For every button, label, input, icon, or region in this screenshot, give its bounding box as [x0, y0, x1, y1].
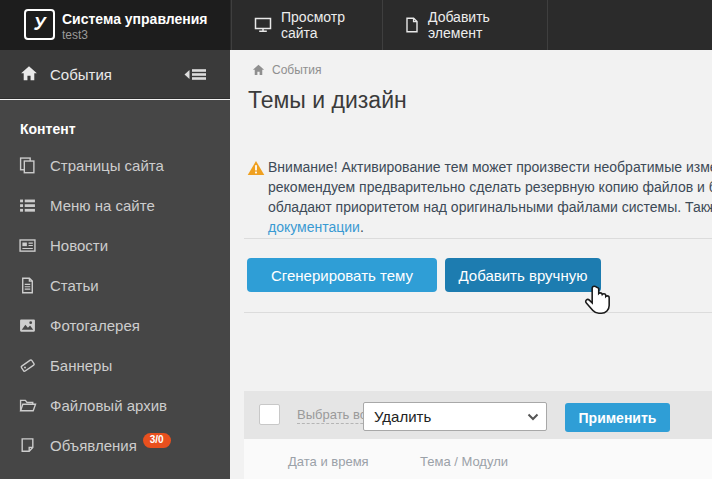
select-all-label[interactable]: Выбрать всё: [297, 408, 373, 424]
article-icon: [19, 277, 36, 294]
app-logo: У: [24, 9, 55, 40]
main-content: События Темы и дизайн Внимание! Активиро…: [230, 50, 712, 479]
sidebar-item-articles[interactable]: Статьи: [0, 266, 230, 306]
sidebar-item-file-archive[interactable]: Файловый архив: [0, 386, 230, 426]
sidebar-item-banners[interactable]: Баннеры: [0, 346, 230, 386]
app-instance: test3: [62, 28, 88, 42]
warning-icon: [247, 160, 265, 176]
breadcrumb[interactable]: События: [252, 63, 322, 77]
sidebar-item-label: Фотогалерея: [50, 317, 140, 334]
brand-block: У Система управления test3: [0, 0, 230, 50]
table-header-row: Дата и время Тема / Модули: [244, 439, 712, 479]
view-site-label: Просмотр сайта: [281, 9, 360, 41]
add-element-button[interactable]: Добавить элемент: [382, 0, 547, 50]
topbar-divider: [547, 0, 548, 50]
photo-icon: [19, 317, 36, 334]
add-element-label: Добавить элемент: [428, 9, 525, 41]
bulk-actions-toolbar: Выбрать всё Удалить Применить: [244, 391, 712, 439]
monitor-icon: [254, 17, 272, 33]
sidebar-item-label: Новости: [50, 237, 108, 254]
top-bar: У Система управления test3 Просмотр сайт…: [0, 0, 712, 50]
sidebar-item-announcements-text: Объявления: [50, 437, 137, 454]
sidebar-item-news[interactable]: Новости: [0, 226, 230, 266]
documentation-link[interactable]: документации: [268, 219, 360, 235]
sidebar-item-site-menu[interactable]: Меню на сайте: [0, 186, 230, 226]
sidebar-item-photo-gallery[interactable]: Фотогалерея: [0, 306, 230, 346]
apply-button[interactable]: Применить: [565, 403, 670, 432]
warning-text-line2: рекомендуем предварительно сделать резер…: [268, 179, 712, 195]
sidebar-item-label: Страницы сайта: [50, 157, 164, 174]
sidebar-item-label: Меню на сайте: [50, 197, 155, 214]
generate-theme-button[interactable]: Сгенерировать тему: [247, 258, 437, 292]
sidebar-nav: Контент Страницы сайта Меню на сайте Нов…: [0, 100, 230, 479]
page-title: Темы и дизайн: [248, 87, 407, 114]
column-header-date: Дата и время: [288, 454, 369, 469]
view-site-button[interactable]: Просмотр сайта: [231, 0, 382, 50]
sidebar-item-label: Объявления3/0: [50, 437, 171, 456]
pages-icon: [19, 157, 36, 174]
announcements-count-badge: 3/0: [143, 433, 171, 448]
divider: [244, 312, 712, 313]
select-all-checkbox[interactable]: [259, 404, 280, 425]
breadcrumb-home-icon: [252, 64, 265, 76]
home-icon: [20, 65, 38, 82]
logo-glyph: У: [33, 14, 45, 35]
warning-text-line4: документации.: [268, 219, 712, 235]
banner-tag-icon: [19, 357, 36, 374]
note-icon: [19, 437, 36, 454]
sidebar-item-label: Баннеры: [50, 357, 112, 374]
column-header-theme: Тема / Модули: [420, 454, 508, 469]
warning-text-line1: Внимание! Активирование тем может произв…: [268, 159, 712, 175]
file-icon: [405, 17, 419, 33]
sidebar-item-site-pages[interactable]: Страницы сайта: [0, 146, 230, 186]
menu-list-icon: [19, 197, 36, 214]
breadcrumb-label[interactable]: События: [272, 63, 322, 77]
add-manually-button[interactable]: Добавить вручную: [445, 258, 601, 292]
sidebar-item-label: Статьи: [50, 277, 99, 294]
news-icon: [19, 237, 36, 254]
warning-text-line3: обладают приоритетом над оригинальными ф…: [268, 199, 712, 215]
sidebar-item-announcements[interactable]: Объявления3/0: [0, 426, 230, 466]
collapse-sidebar-icon[interactable]: [181, 66, 209, 83]
folder-open-icon: [19, 397, 37, 414]
warning-line4-suffix: .: [360, 219, 364, 235]
sidebar-current-label: События: [50, 66, 112, 83]
divider: [244, 238, 712, 239]
sidebar-item-events-current[interactable]: События: [0, 50, 230, 99]
app-title: Система управления: [62, 11, 208, 27]
sidebar-item-label: Файловый архив: [50, 397, 167, 414]
sidebar-section-content: Контент: [20, 121, 76, 137]
bulk-action-select[interactable]: Удалить: [363, 402, 547, 431]
